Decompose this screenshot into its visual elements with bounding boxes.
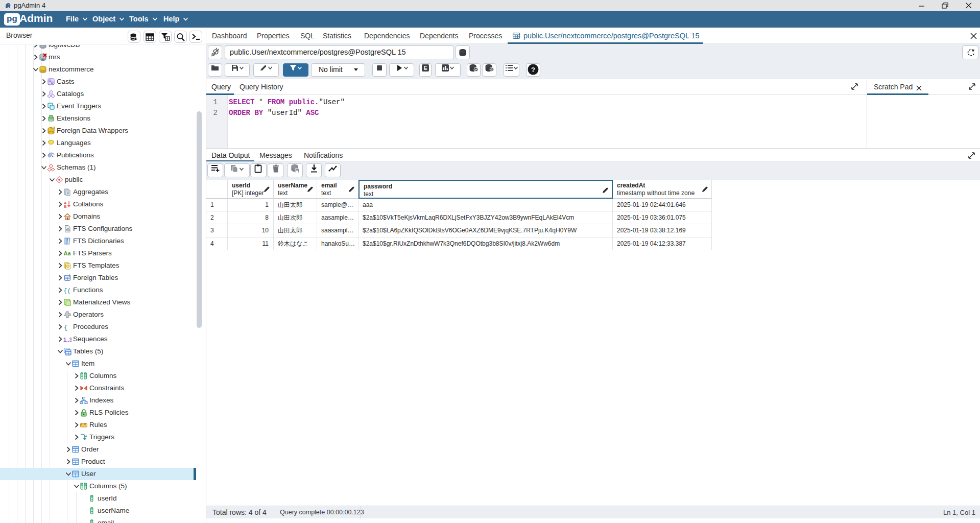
svg-text:Aa: Aa xyxy=(64,250,71,256)
svg-text:?: ? xyxy=(531,66,535,74)
svg-text:{()}: {()} xyxy=(63,288,71,294)
svg-text:E: E xyxy=(424,65,427,71)
svg-text:{ }: { } xyxy=(64,324,71,331)
svg-text:1..3: 1..3 xyxy=(63,337,71,343)
svg-text:B: B xyxy=(64,204,67,208)
